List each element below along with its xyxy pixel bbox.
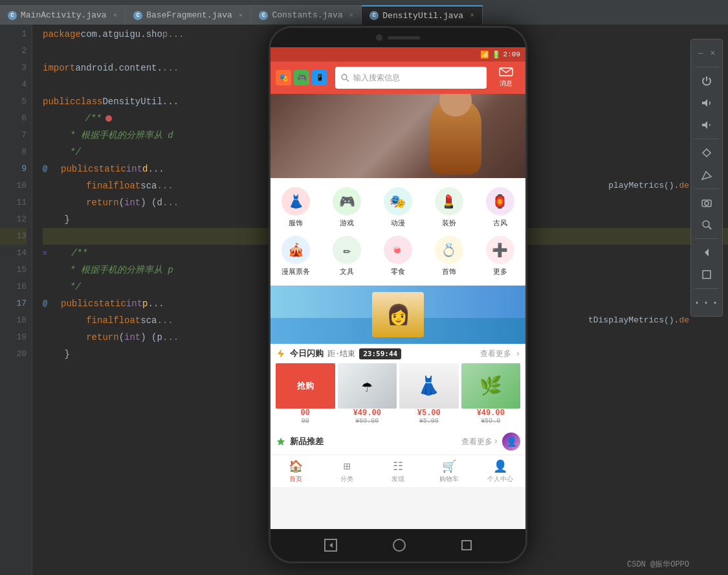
more-button[interactable]: ··· [696,293,718,312]
tab-bar: C MainActivity.java × C BaseFragment.jav… [0,0,728,25]
volume-down-button[interactable] [696,115,718,135]
new-arrivals-chevron: › [494,437,498,446]
flash-product-4[interactable]: 🌿 ¥49.00 ¥59.0 [461,363,521,425]
flash-sale-section: 今日闪购 距·结束 23:59:44 查看更多 › 抢购 00 00 [270,344,525,429]
svg-marker-0 [702,99,707,107]
svg-point-3 [705,201,709,205]
nav-profile[interactable]: 👤 个人中心 [474,459,525,484]
tab-close-basefragment[interactable]: × [239,12,243,19]
product-orig-2: ¥69.00 [355,418,379,425]
phone-recents-button[interactable] [461,540,472,550]
nav-cart[interactable]: 🛒 购物车 [423,459,474,484]
cat-label-cosplay: 装扮 [442,218,456,228]
new-arrivals-bar: 新品推差 查看更多 › 👤 [270,429,525,455]
cat-snacks[interactable]: 🍬 零食 [373,232,424,280]
flash-header: 今日闪购 距·结束 23:59:44 查看更多 › [276,348,520,359]
breakpoint-6 [105,115,112,122]
cat-label-clothing: 服饰 [289,218,303,228]
minimize-button[interactable]: — [698,49,703,58]
erase-button[interactable] [696,165,718,185]
nav-discover[interactable]: ☷ 发现 [373,459,424,484]
product-price-1: 00 [301,409,310,418]
product-orig-1: 00 [302,418,309,425]
msg-label: 消息 [500,79,513,88]
flash-product-3[interactable]: 👗 ¥5.00 ¥5.00 [399,363,459,425]
cat-ancient[interactable]: 🏮 古风 [474,183,525,232]
flash-products: 抢购 00 00 ☂️ ¥49.00 ¥69.00 👗 ¥5.00 ¥5.00 [276,363,520,425]
nav-categories-label: 分类 [340,475,353,484]
right-toolbar: — × ··· [690,39,723,317]
cat-label-jewelry: 首饰 [442,267,456,276]
message-button[interactable]: 消息 [492,67,520,88]
product-price-2: ¥49.00 [353,409,381,418]
camera-button[interactable] [696,193,718,212]
cat-jewelry[interactable]: 💍 首饰 [423,232,474,280]
zoom-button[interactable] [696,215,718,234]
nav-home[interactable]: 🏠 首页 [270,459,322,484]
rotate-button[interactable] [696,143,718,163]
nav-profile-icon: 👤 [493,459,507,473]
flash-more-chevron: › [516,350,520,359]
cat-stationery[interactable]: ✏️ 文具 [322,232,373,280]
toolbar-divider-2 [694,139,719,139]
svg-point-8 [342,74,347,80]
tab-icon-constants: C [259,11,268,20]
flash-product-1[interactable]: 抢购 00 00 [276,363,335,425]
svg-marker-11 [278,349,284,358]
tab-constants[interactable]: C Constants.java × [251,5,362,25]
flash-timer: 23:59:44 [359,348,401,359]
cat-tickets[interactable]: 🎪 漫展票务 [270,232,322,280]
cat-label-games: 游戏 [340,218,354,228]
toolbar-divider-3 [694,188,719,189]
nav-cart-label: 购物车 [439,475,459,484]
app-toolbar: 🎭 🎮 📱 输入搜索信息 消息 [270,62,525,94]
cat-label-anime: 动漫 [391,218,405,228]
status-time: 2:09 [503,51,520,58]
power-button[interactable] [696,71,718,91]
cat-clothing[interactable]: 👗 服饰 [270,183,322,232]
tab-mainactivity[interactable]: C MainActivity.java × [0,5,126,25]
tab-close-mainactivity[interactable]: × [113,12,118,19]
svg-marker-1 [702,121,707,129]
cat-cosplay[interactable]: 💄 装扮 [423,183,474,232]
tab-close-densityutil[interactable]: × [470,12,474,19]
flash-sale-subtitle: 距·结束 [327,348,355,359]
flash-more-button[interactable]: 查看更多 › [480,348,520,359]
tab-close-constants[interactable]: × [349,12,354,19]
signal-icon: 📶 [480,51,489,59]
phone-back-button[interactable] [324,539,337,552]
back-button[interactable] [696,243,718,262]
csdn-watermark: CSDN @振华OPPO [627,559,689,570]
bottom-nav: 🏠 首页 ⊞ 分类 ☷ 发现 🛒 购物车 👤 个人中心 [270,455,525,487]
line-numbers: 1 2 3 4 5 6 7 8 9 10 11 12 13 14 15 16 1… [0,25,32,575]
new-arrivals-more[interactable]: 查看更多 [461,436,492,447]
svg-point-4 [703,221,709,227]
svg-rect-7 [703,271,711,278]
tab-basefragment[interactable]: C BaseFragment.java × [126,5,251,25]
toolbar-divider-4 [694,238,719,239]
search-bar[interactable]: 输入搜索信息 [335,67,487,89]
nav-categories[interactable]: ⊞ 分类 [322,459,373,484]
volume-up-button[interactable] [696,93,718,113]
svg-line-9 [347,80,349,82]
toolbar-divider-5 [694,288,719,289]
tab-icon-mainactivity: C [8,11,17,20]
close-button[interactable]: × [710,49,715,58]
phone-screen: 📶 🔋 2:09 🎭 🎮 📱 输入搜索信息 消息 [270,47,525,529]
cat-games[interactable]: 🎮 游戏 [322,183,373,232]
square-button[interactable] [696,265,718,284]
flash-sale-label: 今日闪购 [290,348,324,359]
cat-label-tickets: 漫展票务 [281,267,310,276]
phone-camera [376,34,382,41]
search-placeholder: 输入搜索信息 [353,73,400,84]
cat-anime[interactable]: 🎭 动漫 [373,183,424,232]
phone-home-button[interactable] [393,539,406,552]
flash-product-2[interactable]: ☂️ ¥49.00 ¥69.00 [338,363,397,425]
cat-more[interactable]: ➕ 更多 [474,232,525,280]
phone-top [270,28,525,47]
tab-densityutil[interactable]: C DensityUtil.java × [362,5,482,25]
tab-icon-densityutil: C [370,11,379,20]
status-bar: 📶 🔋 2:09 [270,47,525,62]
cat-label-more: 更多 [493,267,507,276]
nav-categories-icon: ⊞ [344,459,351,473]
